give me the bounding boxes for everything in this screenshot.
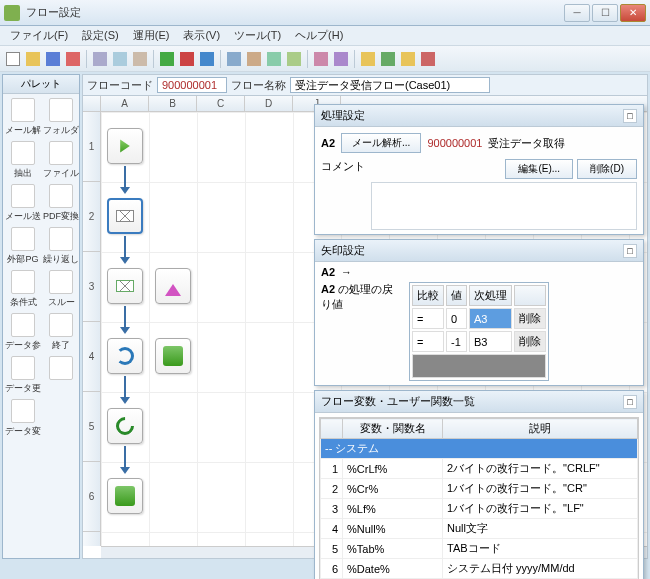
palette-item[interactable]: 抽出 — [5, 141, 41, 180]
var-row[interactable]: 5%Tab%TABコード — [321, 539, 638, 559]
cond-delete[interactable]: 削除 — [514, 308, 546, 329]
palette-item[interactable]: 条件式 — [5, 270, 41, 309]
arrow-cell: A2 — [321, 266, 335, 278]
node-b4[interactable] — [155, 338, 191, 374]
palette-label: フォルダ参照 — [43, 124, 79, 137]
row-head[interactable]: 4 — [83, 322, 100, 392]
palette-item[interactable] — [43, 356, 79, 395]
node-a6[interactable] — [107, 478, 143, 514]
tb-save[interactable] — [44, 50, 62, 68]
tb-misc7[interactable] — [359, 50, 377, 68]
processing-panel-title: 処理設定 — [321, 108, 365, 123]
palette-icon — [49, 356, 73, 380]
palette-label: 繰り返し — [43, 253, 79, 266]
col-head[interactable]: A — [101, 96, 149, 111]
minimize-button[interactable]: ─ — [564, 4, 590, 22]
cond-row[interactable]: = -1 B3 削除 — [412, 331, 546, 352]
tb-misc3[interactable] — [265, 50, 283, 68]
tb-misc1[interactable] — [225, 50, 243, 68]
tb-misc9[interactable] — [399, 50, 417, 68]
comment-area[interactable] — [371, 182, 637, 230]
palette-item[interactable]: データ参照 — [5, 313, 41, 352]
tb-paste[interactable] — [131, 50, 149, 68]
name-label: フロー名称 — [231, 78, 286, 93]
tb-delete[interactable] — [64, 50, 82, 68]
col-head[interactable]: B — [149, 96, 197, 111]
tb-new[interactable] — [4, 50, 22, 68]
processing-panel-close[interactable]: □ — [623, 109, 637, 123]
tb-misc8[interactable] — [379, 50, 397, 68]
app-icon — [4, 5, 20, 21]
tb-open[interactable] — [24, 50, 42, 68]
node-a5[interactable] — [107, 408, 143, 444]
tb-misc6[interactable] — [332, 50, 350, 68]
palette-item[interactable]: PDF変換 — [43, 184, 79, 223]
palette-label: スルー — [48, 296, 75, 309]
palette-title: パレット — [3, 75, 79, 94]
code-label: フローコード — [87, 78, 153, 93]
var-row[interactable]: 6%Date%システム日付 yyyy/MM/dd — [321, 559, 638, 579]
cond-delete[interactable]: 削除 — [514, 331, 546, 352]
palette-item[interactable]: データ更新 — [5, 356, 41, 395]
palette-icon — [11, 98, 35, 122]
node-mail-parse[interactable] — [107, 198, 143, 234]
maximize-button[interactable]: ☐ — [592, 4, 618, 22]
var-row[interactable]: 4%Null%Null文字 — [321, 519, 638, 539]
close-button[interactable]: ✕ — [620, 4, 646, 22]
tb-exit[interactable] — [419, 50, 437, 68]
tb-misc2[interactable] — [245, 50, 263, 68]
proc-name: 受注データ取得 — [488, 136, 565, 151]
menu-settings[interactable]: 設定(S) — [76, 26, 125, 45]
var-row[interactable]: 1%CrLf%2バイトの改行コード。"CRLF" — [321, 459, 638, 479]
processing-panel: 処理設定 □ A2 メール解析... 900000001 受注データ取得 コメン… — [314, 104, 644, 235]
delete-button[interactable]: 削除(D) — [577, 159, 637, 179]
tb-misc4[interactable] — [285, 50, 303, 68]
palette-item[interactable]: 終了 — [43, 313, 79, 352]
menu-help[interactable]: ヘルプ(H) — [289, 26, 349, 45]
toolbar — [0, 46, 650, 72]
node-a3[interactable] — [107, 268, 143, 304]
palette-item[interactable]: ファイル操作 — [43, 141, 79, 180]
palette-item[interactable]: メール解析 — [5, 98, 41, 137]
row-head[interactable]: 6 — [83, 462, 100, 532]
row-head[interactable]: 3 — [83, 252, 100, 322]
node-start[interactable] — [107, 128, 143, 164]
row-head[interactable]: 5 — [83, 392, 100, 462]
proc-type-button[interactable]: メール解析... — [341, 133, 421, 153]
tb-run[interactable] — [158, 50, 176, 68]
palette-item[interactable]: 外部PG — [5, 227, 41, 266]
row-head[interactable]: 1 — [83, 112, 100, 182]
palette-icon — [49, 98, 73, 122]
palette-item[interactable]: フォルダ参照 — [43, 98, 79, 137]
palette-item[interactable]: 繰り返し — [43, 227, 79, 266]
vars-panel-close[interactable]: □ — [623, 395, 637, 409]
palette-item[interactable]: メール送信 — [5, 184, 41, 223]
node-a4[interactable] — [107, 338, 143, 374]
col-head[interactable]: C — [197, 96, 245, 111]
palette-icon — [49, 184, 73, 208]
tb-stop[interactable] — [178, 50, 196, 68]
palette-icon — [11, 270, 35, 294]
col-head[interactable]: D — [245, 96, 293, 111]
arrow-panel-close[interactable]: □ — [623, 244, 637, 258]
palette-item[interactable]: スルー — [43, 270, 79, 309]
palette-item[interactable]: データ変換 — [5, 399, 41, 438]
tb-step[interactable] — [198, 50, 216, 68]
tb-copy[interactable] — [111, 50, 129, 68]
code-input[interactable] — [157, 77, 227, 93]
menu-view[interactable]: 表示(V) — [177, 26, 226, 45]
name-input[interactable] — [290, 77, 490, 93]
menu-operation[interactable]: 運用(E) — [127, 26, 176, 45]
node-b3[interactable] — [155, 268, 191, 304]
cond-row[interactable]: = 0 A3 削除 — [412, 308, 546, 329]
palette-label: PDF変換 — [43, 210, 79, 223]
tb-misc5[interactable] — [312, 50, 330, 68]
palette-label: メール送信 — [5, 210, 41, 223]
tb-cut[interactable] — [91, 50, 109, 68]
var-row[interactable]: 3%Lf%1バイトの改行コード。"LF" — [321, 499, 638, 519]
edit-button[interactable]: 編集(E)... — [505, 159, 573, 179]
row-head[interactable]: 2 — [83, 182, 100, 252]
menu-tools[interactable]: ツール(T) — [228, 26, 287, 45]
menu-file[interactable]: ファイル(F) — [4, 26, 74, 45]
var-row[interactable]: 2%Cr%1バイトの改行コード。"CR" — [321, 479, 638, 499]
